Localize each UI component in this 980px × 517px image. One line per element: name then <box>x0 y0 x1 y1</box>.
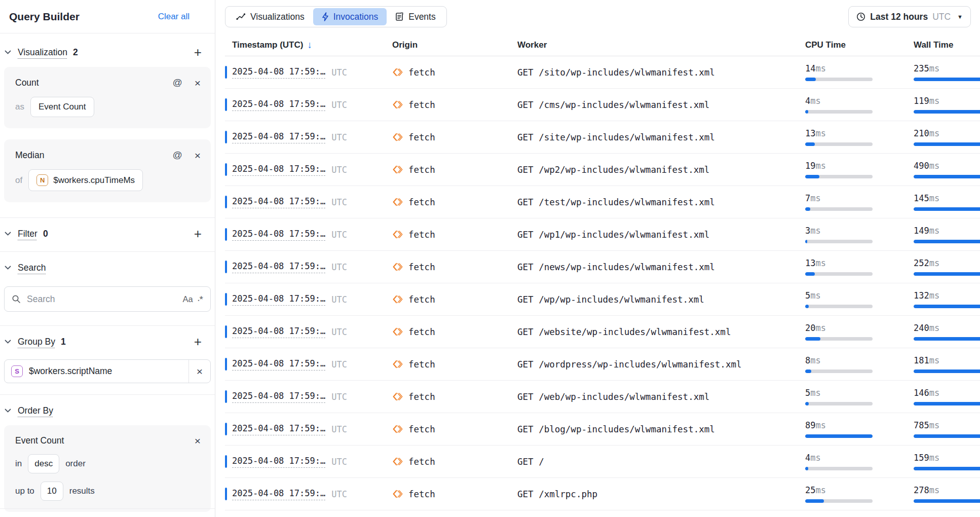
timestamp-timezone: UTC <box>331 359 347 370</box>
groupby-field-name: $workers.scriptName <box>29 366 112 377</box>
table-row[interactable]: 2025-04-08 17:59:… UTC fetch GET /wp1/wp… <box>225 218 980 251</box>
cpu-time-unit: ms <box>810 290 820 301</box>
section-label-groupby[interactable]: Group By <box>18 337 55 347</box>
timestamp-value[interactable]: 2025-04-08 17:59:… <box>232 391 325 403</box>
limit-input[interactable]: 10 <box>41 482 63 501</box>
timestamp-value[interactable]: 2025-04-08 17:59:… <box>232 196 325 208</box>
table-row[interactable]: 2025-04-08 17:59:… UTC fetch GET /wp/wp-… <box>225 283 980 316</box>
chevron-down-icon[interactable] <box>4 49 12 55</box>
search-icon <box>12 294 21 304</box>
timestamp-value[interactable]: 2025-04-08 17:59:… <box>232 358 325 371</box>
timestamp-value[interactable]: 2025-04-08 17:59:… <box>232 488 325 500</box>
cpu-time-value: 20 <box>805 323 815 333</box>
at-icon[interactable]: @ <box>172 77 182 88</box>
worker-request: GET /test/wp-includes/wlwmanifest.xml <box>517 197 805 207</box>
origin-value: fetch <box>408 67 435 78</box>
table-row[interactable]: 2025-04-08 17:59:… UTC fetch GET /websit… <box>225 316 980 348</box>
close-icon[interactable]: × <box>195 78 201 88</box>
table-row[interactable]: 2025-04-08 17:59:… UTC fetch GET /site/w… <box>225 121 980 154</box>
groupby-field-row[interactable]: S $workers.scriptName × <box>4 359 211 383</box>
add-groupby-button[interactable]: + <box>194 335 202 348</box>
timestamp-value[interactable]: 2025-04-08 17:59:… <box>232 66 325 79</box>
table-row[interactable]: 2025-04-08 17:59:… UTC fetch GET /wordpr… <box>225 348 980 381</box>
add-filter-button[interactable]: + <box>194 227 202 240</box>
close-icon[interactable]: × <box>195 435 201 446</box>
timestamp-value[interactable]: 2025-04-08 17:59:… <box>232 229 325 241</box>
timestamp-value[interactable]: 2025-04-08 17:59:… <box>232 261 325 273</box>
sort-direction-select[interactable]: desc <box>28 454 59 473</box>
timestamp-value[interactable]: 2025-04-08 17:59:… <box>232 293 325 306</box>
in-label: in <box>15 459 22 469</box>
table-row[interactable]: 2025-04-08 17:59:… UTC fetch GET /news/w… <box>225 251 980 283</box>
wall-time-unit: ms <box>929 128 939 138</box>
cpu-time-bar <box>805 175 873 178</box>
table-row[interactable]: 2025-04-08 17:59:… UTC fetch GET /xmlrpc… <box>225 478 980 510</box>
as-label: as <box>15 102 24 112</box>
timestamp-timezone: UTC <box>331 489 347 499</box>
case-sensitive-toggle[interactable]: Aa <box>183 294 193 304</box>
table-row[interactable]: 2025-04-08 17:59:… UTC fetch GET /cms/wp… <box>225 89 980 121</box>
sort-descending-icon[interactable]: ↓ <box>307 40 312 51</box>
alias-chip[interactable]: Event Count <box>30 97 94 117</box>
chevron-down-icon[interactable] <box>4 339 12 345</box>
close-icon[interactable]: × <box>195 150 201 161</box>
timestamp-value[interactable]: 2025-04-08 17:59:… <box>232 164 325 176</box>
wall-time-unit: ms <box>929 453 939 463</box>
table-row[interactable]: 2025-04-08 17:59:… UTC fetch GET /test/w… <box>225 186 980 218</box>
tab-invocations[interactable]: Invocations <box>313 8 387 25</box>
row-indicator-bar <box>225 455 227 468</box>
document-icon <box>395 12 404 21</box>
worker-request: GET /sito/wp-includes/wlwmanifest.xml <box>517 67 805 78</box>
add-visualization-button[interactable]: + <box>194 46 202 59</box>
timestamp-timezone: UTC <box>331 100 347 110</box>
field-name: $workers.cpuTimeMs <box>53 175 135 186</box>
section-label-search[interactable]: Search <box>18 263 46 273</box>
column-header-worker[interactable]: Worker <box>517 33 805 50</box>
chevron-down-icon[interactable] <box>4 265 12 271</box>
column-header-wall-time[interactable]: Wall Time <box>914 33 980 50</box>
section-label-filter[interactable]: Filter <box>18 229 37 239</box>
table-row[interactable]: 2025-04-08 17:59:… UTC fetch GET /blog/w… <box>225 413 980 446</box>
origin-value: fetch <box>408 327 435 337</box>
wall-time-value: 252 <box>914 258 929 268</box>
timestamp-value[interactable]: 2025-04-08 17:59:… <box>232 456 325 468</box>
table-row[interactable]: 2025-04-08 17:59:… UTC fetch GET /web/wp… <box>225 381 980 413</box>
timestamp-value[interactable]: 2025-04-08 17:59:… <box>232 99 325 111</box>
at-icon[interactable]: @ <box>172 150 182 161</box>
column-header-timestamp[interactable]: Timestamp (UTC) ↓ <box>225 32 392 51</box>
section-label-visualization[interactable]: Visualization <box>18 47 67 58</box>
cpu-time-value: 89 <box>805 420 815 430</box>
results-label: results <box>69 486 95 496</box>
origin-value: fetch <box>408 457 435 467</box>
tab-events[interactable]: Events <box>387 8 444 25</box>
field-chip[interactable]: N $workers.cpuTimeMs <box>28 169 143 191</box>
table-row[interactable]: 2025-04-08 17:59:… UTC fetch GET / 4ms 1… <box>225 446 980 478</box>
time-range-timezone: UTC <box>932 12 951 22</box>
search-input[interactable] <box>26 293 178 305</box>
cpu-time-cell: 13ms <box>805 128 914 146</box>
section-label-orderby[interactable]: Order By <box>18 405 53 416</box>
time-range-selector[interactable]: Last 12 hours UTC ▼ <box>848 6 971 27</box>
wall-time-bar <box>914 78 980 81</box>
fetch-event-icon <box>392 229 403 240</box>
timestamp-value[interactable]: 2025-04-08 17:59:… <box>232 423 325 435</box>
table-row[interactable]: 2025-04-08 17:59:… UTC fetch GET /sito/w… <box>225 56 980 89</box>
wall-time-bar <box>914 337 980 341</box>
cpu-time-unit: ms <box>815 323 825 333</box>
tab-visualizations[interactable]: Visualizations <box>228 8 313 25</box>
visualization-card-count: Count @ × as Event Count <box>4 67 211 128</box>
chevron-down-icon[interactable] <box>4 408 12 414</box>
cpu-time-cell: 19ms <box>805 161 914 178</box>
results-panel: Visualizations Invocations Events Last 1… <box>215 0 980 517</box>
regex-toggle[interactable]: ▪* <box>198 294 203 304</box>
cpu-time-unit: ms <box>810 453 820 463</box>
table-row[interactable]: 2025-04-08 17:59:… UTC fetch GET /wp2/wp… <box>225 154 980 186</box>
remove-groupby-button[interactable]: × <box>189 360 210 383</box>
timestamp-value[interactable]: 2025-04-08 17:59:… <box>232 131 325 143</box>
wall-time-unit: ms <box>929 193 939 203</box>
column-header-cpu-time[interactable]: CPU Time <box>805 33 914 50</box>
column-header-origin[interactable]: Origin <box>392 33 517 50</box>
clear-all-link[interactable]: Clear all <box>158 12 190 22</box>
timestamp-value[interactable]: 2025-04-08 17:59:… <box>232 326 325 338</box>
chevron-down-icon[interactable] <box>4 231 12 237</box>
